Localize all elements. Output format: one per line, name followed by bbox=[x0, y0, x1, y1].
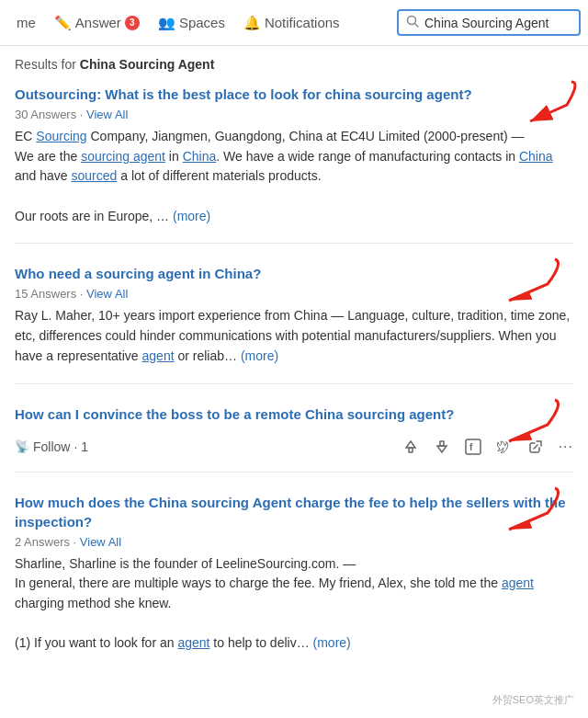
question-link-q1[interactable]: Outsourcing: What is the best place to l… bbox=[15, 85, 472, 104]
more-link-q2[interactable]: (more) bbox=[241, 348, 278, 363]
share-twitter-q3[interactable] bbox=[496, 439, 513, 455]
question-block-q1: Outsourcing: What is the best place to l… bbox=[15, 85, 573, 244]
more-link-q4[interactable]: (more) bbox=[313, 635, 351, 650]
downvote-button-q3[interactable] bbox=[434, 439, 450, 455]
highlight-agent-q2[interactable]: agent bbox=[142, 348, 175, 363]
question-text-q2: Ray L. Maher, 10+ years import experienc… bbox=[15, 306, 573, 366]
question-text-q4: Sharline, Sharline is the founder of Lee… bbox=[15, 554, 573, 654]
home-label: me bbox=[17, 15, 36, 30]
bell-icon: 🔔 bbox=[243, 15, 261, 31]
question-link-q4[interactable]: How much does the China sourcing Agent c… bbox=[15, 493, 573, 531]
upvote-button-q3[interactable] bbox=[402, 439, 419, 455]
share-facebook-q3[interactable]: f bbox=[465, 439, 481, 455]
question-block-q3: How can I convince the boss to be a remo… bbox=[15, 405, 573, 473]
highlight-sourcing-agent-q1[interactable]: sourcing agent bbox=[81, 149, 165, 164]
watermark: 外贸SEO英文推广 bbox=[488, 691, 579, 709]
svg-line-1 bbox=[415, 24, 419, 28]
question-block-q2: Who need a sourcing agent in China? 15 A… bbox=[15, 264, 573, 383]
follow-label: Follow bbox=[33, 439, 70, 454]
question-meta-q1: 30 Answers · View All bbox=[15, 108, 573, 121]
follow-count: · 1 bbox=[74, 439, 88, 454]
highlight-china1-q1[interactable]: China bbox=[183, 149, 217, 164]
arrow-q1 bbox=[498, 77, 581, 131]
ellipsis-icon: ··· bbox=[559, 439, 573, 455]
arrow-q2 bbox=[481, 255, 564, 309]
answer-badge: 3 bbox=[125, 16, 140, 30]
question-text-q1: EC Sourcing Company, Jiangmen, Guangdong… bbox=[15, 127, 573, 226]
question-block-q4: How much does the China sourcing Agent c… bbox=[15, 493, 573, 670]
share-link-q3[interactable] bbox=[527, 439, 544, 455]
results-container: Results for China Sourcing Agent Outsour… bbox=[0, 46, 588, 701]
highlight-china2-q1[interactable]: China bbox=[519, 149, 553, 164]
view-all-q2[interactable]: View All bbox=[86, 287, 128, 301]
follow-button-q3[interactable]: 📡 Follow · 1 bbox=[15, 439, 88, 454]
svg-rect-7 bbox=[466, 439, 481, 454]
svg-rect-5 bbox=[409, 448, 413, 452]
search-input[interactable] bbox=[424, 16, 571, 30]
nav-bar: me ✏️ Answer 3 👥 Spaces 🔔 Notifications bbox=[0, 0, 588, 46]
nav-home[interactable]: me bbox=[7, 0, 45, 45]
svg-rect-6 bbox=[440, 441, 444, 446]
view-all-q1[interactable]: View All bbox=[86, 108, 128, 121]
view-all-q4[interactable]: View All bbox=[80, 535, 121, 549]
question-meta-q4: 2 Answers · View All bbox=[15, 535, 573, 549]
question-link-q2[interactable]: Who need a sourcing agent in China? bbox=[15, 264, 261, 283]
nav-spaces[interactable]: 👥 Spaces bbox=[149, 0, 234, 45]
svg-text:f: f bbox=[469, 442, 473, 452]
search-icon bbox=[406, 15, 419, 30]
results-prefix: Results for bbox=[15, 57, 80, 72]
antenna-icon: 📡 bbox=[15, 439, 29, 453]
notifications-label: Notifications bbox=[265, 15, 340, 30]
nav-notifications[interactable]: 🔔 Notifications bbox=[234, 0, 349, 45]
answer-label: Answer bbox=[75, 15, 121, 30]
spaces-icon: 👥 bbox=[158, 15, 175, 31]
spaces-label: Spaces bbox=[179, 15, 225, 30]
answers-count-q4: 2 Answers · bbox=[15, 535, 80, 549]
action-bar-q3: 📡 Follow · 1 f bbox=[15, 433, 573, 455]
edit-icon: ✏️ bbox=[54, 15, 72, 31]
more-link-q1[interactable]: (more) bbox=[173, 209, 210, 223]
highlight-sourcing-q1[interactable]: Sourcing bbox=[36, 129, 86, 143]
search-box[interactable] bbox=[397, 9, 581, 36]
question-meta-q2: 15 Answers · View All bbox=[15, 287, 573, 301]
highlight-agent-q4[interactable]: agent bbox=[502, 576, 534, 590]
answers-count-q1: 30 Answers · bbox=[15, 108, 86, 121]
more-options-q3[interactable]: ··· bbox=[559, 439, 573, 455]
answers-count-q2: 15 Answers · bbox=[15, 287, 86, 301]
question-link-q3[interactable]: How can I convince the boss to be a remo… bbox=[15, 405, 454, 424]
nav-answer[interactable]: ✏️ Answer 3 bbox=[45, 0, 149, 45]
results-header: Results for China Sourcing Agent bbox=[15, 57, 573, 72]
results-query: China Sourcing Agent bbox=[80, 57, 214, 72]
highlight-sourced-q1[interactable]: sourced bbox=[72, 168, 118, 183]
highlight-agent2-q4[interactable]: agent bbox=[177, 635, 209, 650]
